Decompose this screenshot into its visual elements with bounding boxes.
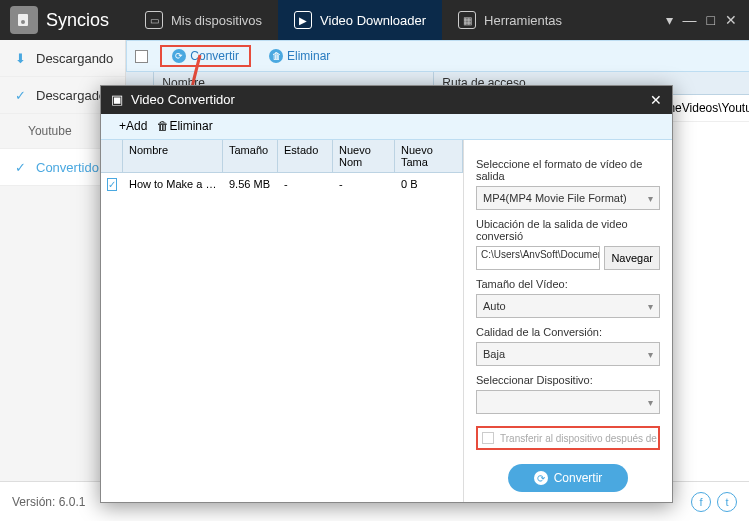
modal-convert-button[interactable]: ⟳ Convertir <box>508 464 628 492</box>
main-tabs: ▭Mis dispositivos ▶Video Downloader ▦Her… <box>129 0 578 40</box>
quality-value: Baja <box>483 348 505 360</box>
transfer-label: Transferir al dispositivo después de la … <box>500 433 660 444</box>
trash-icon: 🗑 <box>157 119 169 133</box>
device-select[interactable] <box>476 390 660 414</box>
modal-headers: Nombre Tamaño Estado Nuevo Nom Nuevo Tam… <box>101 140 463 173</box>
size-value: Auto <box>483 300 506 312</box>
tab-downloader-label: Video Downloader <box>320 13 426 28</box>
content-toolbar: ⟳Convertir 🗑Eliminar <box>126 40 749 72</box>
social-links: f t <box>691 492 737 512</box>
modal-titlebar: ▣ Video Convertidor ✕ <box>101 86 672 114</box>
app-name: Syncios <box>46 10 109 31</box>
window-controls: ▾ — □ ✕ <box>666 12 749 28</box>
check-circle-icon: ✓ <box>12 159 28 175</box>
sidebar-item-label: Descargando <box>36 51 113 66</box>
twitter-icon[interactable]: t <box>717 492 737 512</box>
mheader-newname[interactable]: Nuevo Nom <box>333 140 395 172</box>
delete-label: Eliminar <box>287 49 330 63</box>
modal-title-text: Video Convertidor <box>131 92 235 107</box>
mheader-name[interactable]: Nombre <box>123 140 223 172</box>
modal-close-icon[interactable]: ✕ <box>650 92 662 108</box>
modal-convert-label: Convertir <box>554 471 603 485</box>
output-label: Ubicación de la salida de video conversi… <box>476 218 660 242</box>
mheader-status[interactable]: Estado <box>278 140 333 172</box>
format-label: Seleccione el formato de vídeo de salida <box>476 158 660 182</box>
facebook-icon[interactable]: f <box>691 492 711 512</box>
modal-row-newname: - <box>333 176 395 193</box>
menu-icon[interactable]: ▾ <box>666 12 673 28</box>
modal-row-status: - <box>278 176 333 193</box>
modal-add-button[interactable]: +Add <box>119 119 147 133</box>
convert-label: Convertir <box>190 49 239 63</box>
plus-icon: + <box>119 119 126 133</box>
format-select[interactable]: MP4(MP4 Movie File Format) <box>476 186 660 210</box>
trash-icon: 🗑 <box>269 49 283 63</box>
minimize-icon[interactable]: — <box>683 12 697 28</box>
modal-body: Nombre Tamaño Estado Nuevo Nom Nuevo Tam… <box>101 140 672 502</box>
tab-devices[interactable]: ▭Mis dispositivos <box>129 0 278 40</box>
mheader-size[interactable]: Tamaño <box>223 140 278 172</box>
download-icon: ⬇ <box>12 50 28 66</box>
quality-select[interactable]: Baja <box>476 342 660 366</box>
convert-highlight: ⟳Convertir <box>160 45 251 67</box>
sidebar-item-label: Youtube <box>28 124 72 138</box>
grid-icon: ▦ <box>458 11 476 29</box>
transfer-checkbox[interactable] <box>482 432 494 444</box>
tab-tools-label: Herramientas <box>484 13 562 28</box>
size-select[interactable]: Auto <box>476 294 660 318</box>
modal-row-checkbox[interactable]: ✓ <box>107 178 117 191</box>
modal-add-label: Add <box>126 119 147 133</box>
tab-devices-label: Mis dispositivos <box>171 13 262 28</box>
modal-row-size: 9.56 MB <box>223 176 278 193</box>
modal-icon: ▣ <box>111 92 123 107</box>
mheader-newsize[interactable]: Nuevo Tama <box>395 140 463 172</box>
modal-row-newsize: 0 B <box>395 176 463 193</box>
modal-settings-panel: Seleccione el formato de vídeo de salida… <box>464 140 672 502</box>
convert-button[interactable]: ⟳Convertir <box>166 47 245 65</box>
version-label: Versión: 6.0.1 <box>12 495 85 509</box>
maximize-icon[interactable]: □ <box>707 12 715 28</box>
transfer-checkbox-row[interactable]: Transferir al dispositivo después de la … <box>476 426 660 450</box>
device-icon: ▭ <box>145 11 163 29</box>
modal-file-list: Nombre Tamaño Estado Nuevo Nom Nuevo Tam… <box>101 140 464 502</box>
sidebar-item-downloading[interactable]: ⬇Descargando <box>0 40 125 77</box>
check-icon: ✓ <box>12 87 28 103</box>
mheader-chk <box>101 140 123 172</box>
browse-button[interactable]: Navegar <box>604 246 660 270</box>
app-logo-icon <box>10 6 38 34</box>
tab-tools[interactable]: ▦Herramientas <box>442 0 578 40</box>
size-label: Tamaño del Vídeo: <box>476 278 660 290</box>
sidebar-item-label: Descargado <box>36 88 106 103</box>
quality-label: Calidad de la Conversión: <box>476 326 660 338</box>
title-bar: Syncios ▭Mis dispositivos ▶Video Downloa… <box>0 0 749 40</box>
format-value: MP4(MP4 Movie File Format) <box>483 192 627 204</box>
video-converter-modal: ▣ Video Convertidor ✕ +Add 🗑Eliminar Nom… <box>100 85 673 503</box>
convert-icon: ⟳ <box>534 471 548 485</box>
play-icon: ▶ <box>294 11 312 29</box>
modal-toolbar: +Add 🗑Eliminar <box>101 114 672 140</box>
modal-delete-label: Eliminar <box>169 119 212 133</box>
output-path-field[interactable]: C:\Users\AnvSoft\Documents <box>476 246 600 270</box>
device-label: Seleccionar Dispositivo: <box>476 374 660 386</box>
modal-row[interactable]: ✓ How to Make a Gi... 9.56 MB - - 0 B <box>101 173 463 196</box>
svg-point-1 <box>21 20 25 24</box>
delete-button[interactable]: 🗑Eliminar <box>263 47 336 65</box>
select-all-checkbox[interactable] <box>135 50 148 63</box>
refresh-icon: ⟳ <box>172 49 186 63</box>
close-icon[interactable]: ✕ <box>725 12 737 28</box>
sidebar-item-label: Convertido <box>36 160 99 175</box>
tab-downloader[interactable]: ▶Video Downloader <box>278 0 442 40</box>
modal-delete-button[interactable]: 🗑Eliminar <box>157 119 212 133</box>
modal-row-name: How to Make a Gi... <box>123 176 223 193</box>
